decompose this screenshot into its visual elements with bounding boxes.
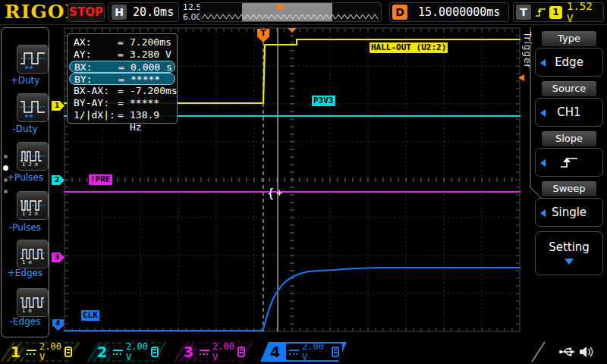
rising-slope-icon xyxy=(535,7,547,17)
delay-label: D xyxy=(392,5,407,20)
channel-4-chip-selected[interactable]: 4 2.00 V xyxy=(260,342,347,362)
dc-coupling-icon xyxy=(289,349,299,356)
channel-1-chip[interactable]: 1 2.00 V xyxy=(1,342,80,362)
equals-sign: = xyxy=(118,61,124,74)
horizontal-scale-value: 20.0ms xyxy=(133,5,174,19)
cursor-row-value: 0.000 s xyxy=(131,61,172,74)
channel-number: 4 xyxy=(270,344,280,360)
horizontal-label: H xyxy=(112,5,127,20)
cursor-row-label: AX: xyxy=(74,36,91,49)
cursor-row-ax: AX: = 7.200ms xyxy=(68,36,177,49)
down-arrow-icon xyxy=(565,259,574,265)
cursor-row-label: BY: xyxy=(74,74,92,86)
svg-text:1 n: 1 n xyxy=(22,259,32,265)
ch1-net-label: HALL-OUT (U2:2) xyxy=(370,42,448,53)
ch3-net-label: !PRE xyxy=(89,174,112,185)
bandwidth-limit-icon xyxy=(237,347,245,357)
ch4-net-label: CLK xyxy=(81,310,99,321)
cursor-row-bxax: BX-AX: = -7.200ms xyxy=(68,85,177,97)
cursor-row-label: AY: xyxy=(74,49,91,61)
plus-edges-button[interactable]: 1 n xyxy=(17,240,49,268)
plus-pulses-button[interactable]: 1 2 n xyxy=(17,142,49,171)
svg-text:1 2 n: 1 2 n xyxy=(22,162,38,167)
channel-scale: 2.00 V xyxy=(126,341,148,362)
trigger-type-value: Edge xyxy=(555,55,583,69)
svg-text:1 n: 1 n xyxy=(22,308,32,313)
bandwidth-limit-icon xyxy=(64,347,72,357)
channel-2-chip[interactable]: 2 2.00 V xyxy=(87,342,166,362)
equals-sign: = xyxy=(118,74,124,86)
plus-edges-icon: 1 n xyxy=(19,243,46,265)
trigger-delay-box[interactable]: D 15.0000000ms xyxy=(389,2,509,22)
run-state-badge[interactable]: STOP xyxy=(68,3,105,22)
cursor-row-label: BY-AY: xyxy=(74,97,109,109)
minus-pulses-label: -Pulses xyxy=(1,222,49,233)
trigger-source-button[interactable]: CH1 xyxy=(535,98,603,127)
left-arrow-icon xyxy=(540,159,546,167)
trigger-setting-button[interactable]: Setting xyxy=(535,231,603,275)
minus-duty-button[interactable] xyxy=(17,93,49,122)
cursor-row-value: 3.280 V xyxy=(130,49,171,61)
channel-scale: 2.00 V xyxy=(212,341,234,362)
bandwidth-limit-icon xyxy=(332,347,339,357)
equals-sign: = xyxy=(118,109,124,121)
cursor-b-track-marker: { xyxy=(267,186,275,200)
trigger-type-label: Type xyxy=(542,31,596,46)
trigger-setting-label: Setting xyxy=(536,240,602,254)
dc-coupling-icon xyxy=(27,349,36,356)
cursor-row-value: ***** xyxy=(130,97,159,109)
dc-coupling-icon xyxy=(113,349,123,356)
minus-duty-icon xyxy=(19,97,46,118)
cursor-row-byay: BY-AY: = ***** xyxy=(68,97,177,109)
left-arrow-icon xyxy=(540,109,546,117)
trigger-slope-label: Slope xyxy=(542,131,596,146)
equals-sign: = xyxy=(118,49,124,61)
equals-sign: = xyxy=(118,85,124,97)
channel-number: 1 xyxy=(11,344,20,360)
plus-duty-button[interactable] xyxy=(17,45,49,74)
minus-pulses-icon: 1 2 n xyxy=(19,195,46,216)
channel-3-chip[interactable]: 3 2.00 V xyxy=(174,342,253,362)
cursor-a-track-marker: + xyxy=(276,187,282,199)
menu-page-dot xyxy=(4,155,8,158)
plus-pulses-label: +Pulses xyxy=(1,172,49,183)
trigger-source-badge: 1 xyxy=(549,6,562,19)
trigger-status-box[interactable]: T 1 1.52 V xyxy=(513,2,604,22)
equals-sign: = xyxy=(118,36,124,49)
cursor-row-by[interactable]: BY: = ***** xyxy=(69,73,175,85)
cursor-row-label: BX-AX: xyxy=(74,85,109,97)
equals-sign: = xyxy=(118,97,124,109)
dc-coupling-icon xyxy=(200,349,209,356)
cursor-row-value: ***** xyxy=(131,74,160,86)
left-arrow-icon xyxy=(540,59,546,67)
cursor-row-bx[interactable]: BX: = 0.000 s xyxy=(69,61,175,73)
cursor-row-value: 7.200ms xyxy=(130,36,171,49)
cursor-row-freq: 1/|dX|: = 138.9 Hz xyxy=(68,109,177,121)
bandwidth-limit-icon xyxy=(151,347,159,357)
trigger-source-label: Source xyxy=(542,81,596,96)
channel-scale: 2.00 V xyxy=(302,341,329,362)
minus-edges-button[interactable]: 1 n xyxy=(17,288,49,317)
trigger-label: T xyxy=(516,5,531,20)
left-arrow-icon xyxy=(540,209,546,217)
cursor-row-label: BX: xyxy=(74,61,92,74)
minus-pulses-button[interactable]: 1 2 n xyxy=(17,191,49,220)
waveform-overview-icon xyxy=(200,3,381,21)
horizontal-scale-box[interactable]: H 20.0ms xyxy=(109,2,179,22)
cursor-row-value: 138.9 Hz xyxy=(130,109,177,133)
menu-page-dot xyxy=(4,190,8,193)
plus-edges-label: +Edges xyxy=(1,268,49,278)
menu-page-dot-active xyxy=(3,165,8,171)
plus-duty-icon xyxy=(19,49,46,70)
trigger-sweep-button[interactable]: Single xyxy=(535,198,603,227)
cursor-row-ay: AY: = 3.280 V xyxy=(68,49,177,61)
cursor-row-label: 1/|dX|: xyxy=(74,109,115,121)
usb-icon xyxy=(558,346,577,358)
trigger-level-value: 1.52 V xyxy=(567,0,603,24)
minus-edges-icon: 1 n xyxy=(19,292,46,313)
trigger-slope-button[interactable] xyxy=(535,148,603,177)
waveform-overview-strip[interactable] xyxy=(200,2,382,22)
speaker-icon xyxy=(578,345,595,359)
channel-status-bar: 1 2.00 V 2 2.00 V 3 2.00 V 4 2.00 V xyxy=(0,340,607,364)
trigger-type-button[interactable]: Edge xyxy=(535,48,603,77)
